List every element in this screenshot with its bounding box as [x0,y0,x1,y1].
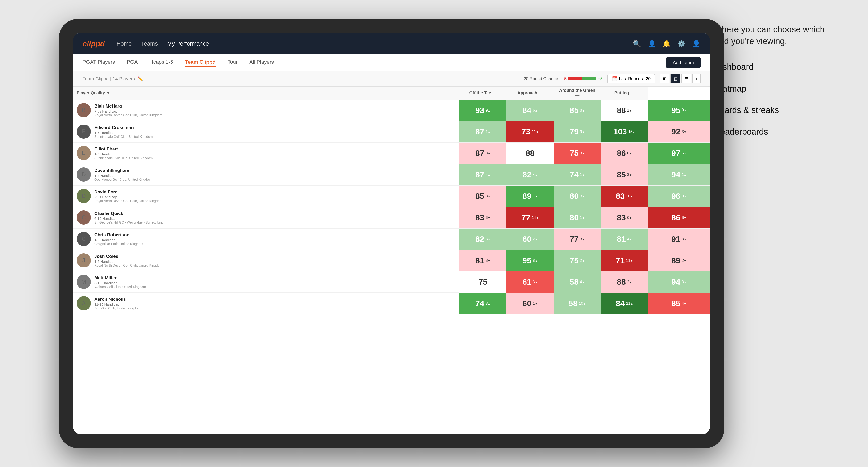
player-cell[interactable]: D Dave Billingham 1-5 Handicap Gog Magog… [73,164,459,185]
user-avatar-icon[interactable]: 👤 [692,40,701,48]
score-cell: 82 4 [506,164,554,185]
score-change: 15 [628,130,636,134]
score-change: 6 [627,151,632,155]
player-name: Chris Robertson [94,232,456,238]
arrow-up-icon [582,258,585,263]
col-header-off-tee[interactable]: Off the Tee — [459,87,506,99]
arrow-up-icon [684,280,687,284]
sub-nav-link-pgat-players[interactable]: PGAT Players [83,59,115,66]
player-info: Elliot Ebert 1-5 Handicap Sunningdale Go… [94,147,456,160]
tablet-frame: clippd HomeTeamsMy Performance 🔍 👤 🔔 ⚙️ … [59,19,724,448]
score-box: 79 9 [554,121,601,143]
arrow-down-icon [488,258,491,263]
score-change: 1 [580,216,585,220]
score-cell: 75 2 [554,250,601,271]
bell-icon[interactable]: 🔔 [662,40,671,48]
player-cell[interactable]: D David Ford Plus Handicap Royal North D… [73,186,459,207]
score-value: 60 [522,299,531,308]
arrow-up-icon [582,173,585,177]
score-change: 1 [533,302,538,306]
profile-icon[interactable]: 👤 [648,40,656,48]
col-header-around-green[interactable]: Around the Green — [554,87,601,99]
sub-nav-link-all-players[interactable]: All Players [249,59,274,66]
score-value: 88 [617,106,626,115]
player-cell[interactable]: E Edward Crossman 1-5 Handicap Sunningda… [73,121,459,143]
list-view-button[interactable]: ☰ [681,74,691,84]
player-cell[interactable]: E Elliot Ebert 1-5 Handicap Sunningdale … [73,143,459,164]
score-value: 86 [671,213,680,222]
sub-nav-link-tour[interactable]: Tour [227,59,238,66]
player-cell[interactable]: C Charlie Quick 6-10 Handicap St. George… [73,207,459,228]
last-rounds-value: 20 [646,76,651,81]
score-box: 75 3 [554,143,601,164]
player-info: Josh Coles 1-5 Handicap Royal North Devo… [94,254,456,267]
grid-view-button[interactable]: ⊞ [660,74,670,84]
arrow-down-icon [582,151,585,155]
player-name: David Ford [94,189,456,195]
score-value: 74 [569,170,579,179]
score-box: 94 1 [648,164,710,185]
nav-link-teams[interactable]: Teams [141,40,158,47]
player-club: Royal North Devon Golf Club, United King… [94,199,456,203]
heatmap-view-button[interactable]: ▦ [670,74,680,84]
score-change: 3 [580,194,585,198]
score-cell: 74 8 [459,293,506,314]
settings-icon[interactable]: ⚙️ [677,40,686,48]
add-team-button[interactable]: Add Team [666,57,701,68]
player-club: Sunningdale Golf Club, United Kingdom [94,135,456,138]
score-change: 2 [627,280,632,284]
avatar: E [76,146,91,160]
player-cell[interactable]: C Chris Robertson 1-5 Handicap Craigmill… [73,228,459,250]
sub-nav-link-team-clippd[interactable]: Team Clippd [185,59,216,66]
sub-nav-link-hcaps-1-5[interactable]: Hcaps 1-5 [150,59,173,66]
player-cell[interactable]: M Matt Miller 6-10 Handicap Woburn Golf … [73,272,459,293]
player-cell[interactable]: A Aaron Nicholls 11-15 Handicap Drift Go… [73,293,459,314]
player-cell[interactable]: J Josh Coles 1-5 Handicap Royal North De… [73,250,459,271]
score-cell: 83 6 [601,207,648,228]
score-cell: 89 7 [506,185,554,207]
arrow-down-icon [535,302,538,306]
arrow-up-icon [535,108,538,113]
score-value: 94 [671,277,680,286]
score-cell: 96 3 [648,185,710,207]
col-header-approach[interactable]: Approach — [506,87,554,99]
nav-link-my-performance[interactable]: My Performance [167,40,209,47]
score-change: 11 [532,130,539,134]
nav-link-home[interactable]: Home [117,40,132,47]
arrow-down-icon [684,130,687,134]
col-header-player[interactable]: Player Quality ▼ [73,87,459,99]
table-row: E Edward Crossman 1-5 Handicap Sunningda… [73,121,710,143]
score-change: 1 [580,173,585,177]
download-button[interactable]: ↓ [692,74,701,84]
score-change: 3 [682,280,687,284]
arrow-down-icon [629,151,632,155]
score-box: 85 8 [554,100,601,121]
score-box: 103 15 [601,121,648,143]
edit-icon[interactable]: ✏️ [138,76,143,81]
score-value: 88 [526,149,534,158]
arrow-up-icon [535,173,538,177]
player-handicap: 1-5 Handicap [94,131,456,135]
score-box: 96 3 [648,186,710,207]
score-change: 7 [533,194,538,198]
team-header: Team Clippd | 14 Players ✏️ 20 Round Cha… [73,71,710,87]
last-rounds-button[interactable]: 📅 Last Rounds: 20 [607,74,655,84]
player-cell[interactable]: B Blair McHarg Plus Handicap Royal North… [73,100,459,121]
score-cell: 79 9 [554,121,601,143]
col-header-putting[interactable]: Putting — [601,87,648,99]
score-cell: 97 5 [648,143,710,164]
score-change: 3 [682,130,687,134]
search-icon[interactable]: 🔍 [633,40,641,48]
player-handicap: 6-10 Handicap [94,281,456,285]
score-box: 91 3 [648,228,710,250]
score-value: 77 [522,213,530,222]
score-change: 4 [627,237,632,241]
score-change: 2 [682,258,687,263]
view-icons: ⊞ ▦ ☰ ↓ [660,74,701,84]
score-value: 77 [569,235,579,244]
score-change: 11 [626,258,633,263]
score-box: 82 3 [459,228,506,250]
sub-nav-link-pga[interactable]: PGA [127,59,137,66]
nav-links: HomeTeamsMy Performance [117,40,633,47]
score-value: 75 [569,256,579,265]
